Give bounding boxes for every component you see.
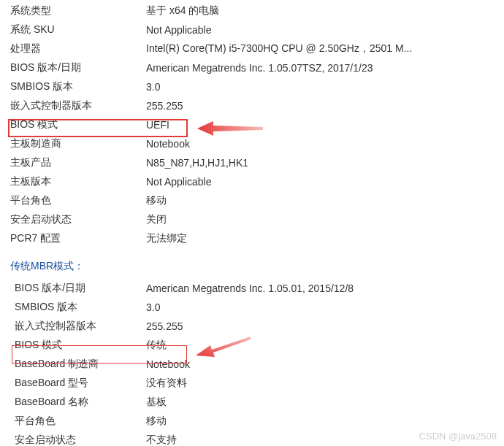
row-label: 嵌入式控制器版本: [0, 317, 146, 336]
system-info-bottom: BIOS 版本/日期American Megatrends Inc. 1.05.…: [0, 279, 504, 446]
row-label: 处理器: [0, 39, 146, 58]
row-value: American Megatrends Inc. 1.05.07TSZ, 201…: [146, 58, 504, 77]
row-value: UEFI: [146, 115, 504, 134]
row-value: Notebook: [146, 355, 504, 374]
row-value: 3.0: [146, 298, 504, 317]
row-label: 主板产品: [0, 153, 146, 172]
row-label: BIOS 模式: [0, 336, 146, 355]
row-value: N85_N87,HJ,HJ1,HK1: [146, 153, 504, 172]
row-label: BaseBoard 名称: [0, 393, 146, 412]
row-value: 传统: [146, 336, 504, 355]
row-value: 255.255: [146, 317, 504, 336]
row-label: 系统类型: [0, 1, 146, 20]
watermark: CSDN @java2508: [419, 431, 497, 442]
row-label: SMBIOS 版本: [0, 77, 146, 96]
row-label: BaseBoard 型号: [0, 374, 146, 393]
row-value: 255.255: [146, 96, 504, 115]
row-value: Notebook: [146, 134, 504, 153]
row-value: 移动: [146, 191, 504, 210]
row-label: 平台角色: [0, 412, 146, 431]
row-label: SMBIOS 版本: [0, 298, 146, 317]
row-value: 基于 x64 的电脑: [146, 1, 504, 20]
row-label: BIOS 模式: [0, 115, 146, 134]
row-label: 平台角色: [0, 191, 146, 210]
row-value: Not Applicable: [146, 20, 504, 39]
row-label: BIOS 版本/日期: [0, 58, 146, 77]
row-value: 3.0: [146, 77, 504, 96]
row-value: 无法绑定: [146, 229, 504, 248]
system-info-top: 系统类型基于 x64 的电脑 系统 SKUNot Applicable 处理器I…: [0, 0, 504, 248]
row-value: 移动: [146, 412, 504, 431]
row-label: 安全启动状态: [0, 210, 146, 229]
row-value: 基板: [146, 393, 504, 412]
row-value: 关闭: [146, 210, 504, 229]
row-label: BaseBoard 制造商: [0, 355, 146, 374]
row-value: 没有资料: [146, 374, 504, 393]
legacy-mbr-title: 传统MBR模式：: [0, 248, 504, 279]
row-label: 安全启动状态: [0, 431, 146, 446]
row-label: BIOS 版本/日期: [0, 279, 146, 298]
row-label: PCR7 配置: [0, 229, 146, 248]
row-label: 嵌入式控制器版本: [0, 96, 146, 115]
row-label: 主板制造商: [0, 134, 146, 153]
row-value: Not Applicable: [146, 172, 504, 191]
row-label: 系统 SKU: [0, 20, 146, 39]
row-label: 主板版本: [0, 172, 146, 191]
row-value: American Megatrends Inc. 1.05.01, 2015/1…: [146, 279, 504, 298]
row-value: Intel(R) Core(TM) i5-7300HQ CPU @ 2.50GH…: [146, 39, 504, 58]
